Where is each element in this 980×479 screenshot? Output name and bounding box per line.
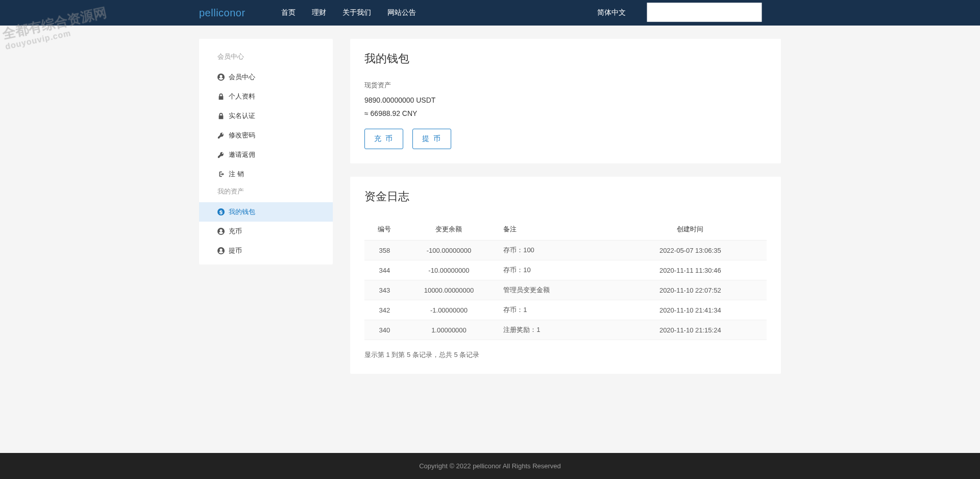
sidebar-item-label: 个人资料 bbox=[229, 92, 255, 101]
top-header: pelliconor 首页 理财 关于我们 网站公告 简体中文 bbox=[0, 0, 980, 26]
sidebar-item-label: 提币 bbox=[229, 246, 242, 255]
table-row: 344-10.00000000存币：102020-11-11 11:30:46 bbox=[364, 260, 767, 280]
sidebar-item-label: 修改密码 bbox=[229, 131, 255, 140]
sidebar-item-label: 我的钱包 bbox=[229, 207, 255, 217]
sidebar-item-member-center[interactable]: 会员中心 bbox=[199, 67, 333, 87]
sidebar-item-label: 注 销 bbox=[229, 170, 244, 179]
withdraw-button[interactable]: 提 币 bbox=[412, 129, 451, 149]
wallet-title: 我的钱包 bbox=[364, 51, 767, 66]
sidebar: 会员中心 会员中心 个人资料 实名认证 修改密码 邀请返佣 注 销 我的资产 bbox=[199, 39, 333, 265]
cell-note: 存币：1 bbox=[493, 300, 614, 320]
sidebar-section-member: 会员中心 bbox=[199, 49, 333, 67]
lock-icon bbox=[217, 93, 225, 100]
table-row: 3401.00000000注册奖励：12020-11-10 21:15:24 bbox=[364, 320, 767, 340]
user-circle-icon bbox=[217, 74, 225, 81]
main-container: 会员中心 会员中心 个人资料 实名认证 修改密码 邀请返佣 注 销 我的资产 bbox=[199, 26, 781, 394]
col-header-note: 备注 bbox=[493, 219, 614, 241]
cell-note: 注册奖励：1 bbox=[493, 320, 614, 340]
col-header-amount: 变更余额 bbox=[405, 219, 493, 241]
table-row: 358-100.00000000存币：1002022-05-07 13:06:3… bbox=[364, 241, 767, 260]
sidebar-item-label: 充币 bbox=[229, 227, 242, 236]
lock-icon bbox=[217, 112, 225, 119]
wallet-buttons: 充 币 提 币 bbox=[364, 129, 767, 149]
cell-time: 2020-11-10 22:07:52 bbox=[614, 280, 767, 300]
table-row: 342-1.00000000存币：12020-11-10 21:41:34 bbox=[364, 300, 767, 320]
user-circle-icon bbox=[217, 247, 225, 254]
log-title: 资金日志 bbox=[364, 189, 767, 204]
sidebar-section-assets: 我的资产 bbox=[199, 184, 333, 202]
cell-time: 2020-11-11 11:30:46 bbox=[614, 260, 767, 280]
log-card: 资金日志 编号 变更余额 备注 创建时间 358-100.00000000存币：… bbox=[350, 177, 781, 374]
cell-amount: 1.00000000 bbox=[405, 320, 493, 340]
signout-icon bbox=[217, 171, 225, 178]
log-table: 编号 变更余额 备注 创建时间 358-100.00000000存币：10020… bbox=[364, 219, 767, 340]
col-header-time: 创建时间 bbox=[614, 219, 767, 241]
main-nav: 首页 理财 关于我们 网站公告 bbox=[281, 8, 416, 17]
pagination-info: 显示第 1 到第 5 条记录，总共 5 条记录 bbox=[364, 350, 767, 360]
cell-id: 340 bbox=[364, 320, 405, 340]
cell-note: 管理员变更金额 bbox=[493, 280, 614, 300]
wallet-card: 我的钱包 现货资产 9890.00000000 USDT ≈ 66988.92 … bbox=[350, 39, 781, 163]
table-header-row: 编号 变更余额 备注 创建时间 bbox=[364, 219, 767, 241]
nav-home[interactable]: 首页 bbox=[281, 8, 296, 17]
nav-about[interactable]: 关于我们 bbox=[342, 8, 371, 17]
cell-id: 344 bbox=[364, 260, 405, 280]
sidebar-item-label: 会员中心 bbox=[229, 73, 255, 82]
cell-id: 343 bbox=[364, 280, 405, 300]
asset-label: 现货资产 bbox=[364, 81, 767, 90]
cell-amount: 10000.00000000 bbox=[405, 280, 493, 300]
wallet-icon bbox=[217, 208, 225, 215]
asset-cny: ≈ 66988.92 CNY bbox=[364, 109, 767, 117]
sidebar-item-logout[interactable]: 注 销 bbox=[199, 164, 333, 184]
cell-note: 存币：10 bbox=[493, 260, 614, 280]
asset-value: 9890.00000000 USDT bbox=[364, 96, 767, 104]
sidebar-item-verify[interactable]: 实名认证 bbox=[199, 106, 333, 126]
sidebar-item-password[interactable]: 修改密码 bbox=[199, 126, 333, 145]
sidebar-item-withdraw[interactable]: 提币 bbox=[199, 241, 333, 260]
nav-announcement[interactable]: 网站公告 bbox=[387, 8, 416, 17]
header-left: pelliconor 首页 理财 关于我们 网站公告 bbox=[199, 7, 416, 19]
cell-amount: -10.00000000 bbox=[405, 260, 493, 280]
sidebar-item-profile[interactable]: 个人资料 bbox=[199, 87, 333, 106]
sidebar-item-label: 邀请返佣 bbox=[229, 150, 255, 159]
user-circle-icon bbox=[217, 228, 225, 235]
key-icon bbox=[217, 151, 225, 158]
cell-note: 存币：100 bbox=[493, 241, 614, 260]
sidebar-item-wallet[interactable]: 我的钱包 bbox=[199, 202, 333, 222]
cell-time: 2022-05-07 13:06:35 bbox=[614, 241, 767, 260]
col-header-id: 编号 bbox=[364, 219, 405, 241]
cell-amount: -100.00000000 bbox=[405, 241, 493, 260]
logo[interactable]: pelliconor bbox=[199, 7, 246, 19]
key-icon bbox=[217, 132, 225, 139]
table-row: 34310000.00000000管理员变更金额2020-11-10 22:07… bbox=[364, 280, 767, 300]
cell-time: 2020-11-10 21:15:24 bbox=[614, 320, 767, 340]
nav-finance[interactable]: 理财 bbox=[312, 8, 326, 17]
cell-time: 2020-11-10 21:41:34 bbox=[614, 300, 767, 320]
cell-id: 358 bbox=[364, 241, 405, 260]
sidebar-item-referral[interactable]: 邀请返佣 bbox=[199, 145, 333, 164]
deposit-button[interactable]: 充 币 bbox=[364, 129, 403, 149]
sidebar-item-deposit[interactable]: 充币 bbox=[199, 222, 333, 241]
language-label: 简体中文 bbox=[597, 8, 626, 17]
cell-id: 342 bbox=[364, 300, 405, 320]
main-content: 我的钱包 现货资产 9890.00000000 USDT ≈ 66988.92 … bbox=[350, 39, 781, 374]
sidebar-item-label: 实名认证 bbox=[229, 111, 255, 121]
cell-amount: -1.00000000 bbox=[405, 300, 493, 320]
